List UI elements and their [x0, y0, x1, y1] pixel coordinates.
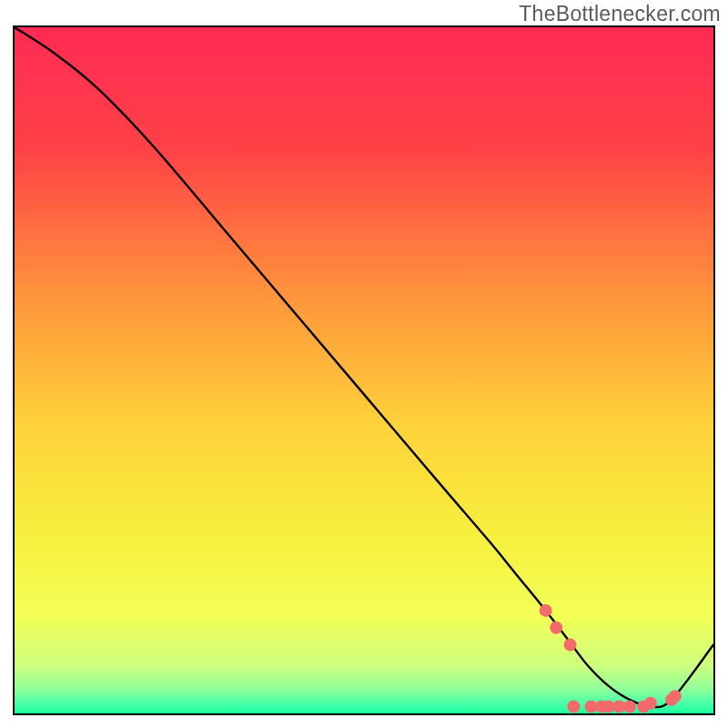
highlight-dot: [567, 700, 580, 713]
highlight-dot: [540, 604, 552, 617]
highlight-dot: [669, 690, 682, 703]
highlight-dot: [623, 700, 636, 713]
plot-area: [13, 25, 715, 715]
highlight-dot: [564, 639, 577, 652]
highlight-dot: [550, 622, 562, 634]
highlight-dot: [644, 697, 657, 710]
dots-layer: [15, 27, 713, 713]
chart-frame: TheBottlenecker.com: [0, 0, 728, 728]
watermark-text: TheBottlenecker.com: [519, 2, 721, 26]
sweet-spot-dots: [540, 604, 682, 713]
